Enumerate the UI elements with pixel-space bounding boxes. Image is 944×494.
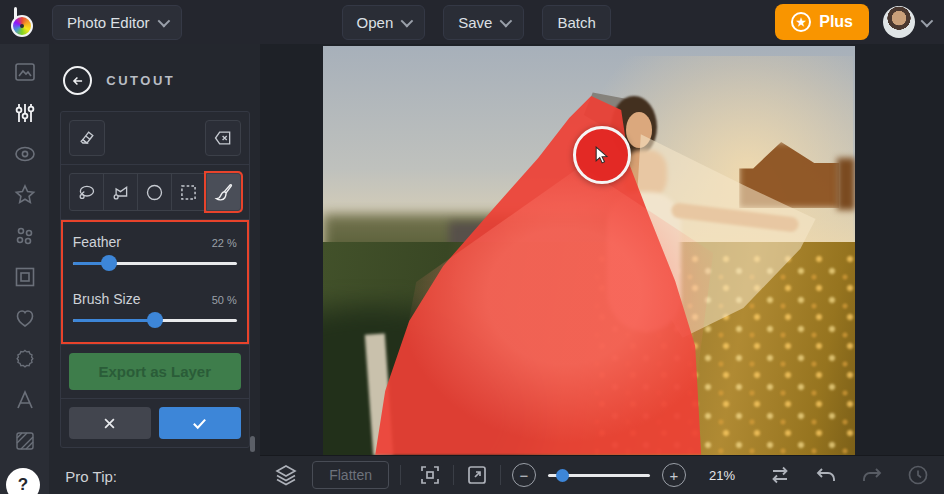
file-menu-group: Open Save Batch <box>342 5 611 40</box>
plus-upgrade-button[interactable]: ★ Plus <box>775 4 869 40</box>
delete-selection-button[interactable] <box>205 120 241 156</box>
undo-icon[interactable] <box>814 463 838 487</box>
account-group: ★ Plus <box>775 4 930 40</box>
frames-icon[interactable] <box>13 265 37 289</box>
brush-cursor[interactable] <box>573 126 631 184</box>
brush-settings-highlighted: Feather 22 % Brush Size 50 % <box>61 220 249 344</box>
redo-icon[interactable] <box>860 463 884 487</box>
flatten-button[interactable]: Flatten <box>312 461 389 489</box>
panel-scrollbar[interactable] <box>250 436 255 452</box>
pro-tip: Pro Tip: Invert your selection by holdin… <box>49 448 260 494</box>
save-button[interactable]: Save <box>443 5 524 40</box>
panel-title: CUTOUT <box>106 73 175 88</box>
feather-label: Feather <box>73 234 121 250</box>
cutout-tool-card: Feather 22 % Brush Size 50 % <box>60 111 250 448</box>
fit-to-screen-icon[interactable] <box>418 463 442 487</box>
brush-size-slider-thumb[interactable] <box>147 312 163 328</box>
history-icon[interactable] <box>906 463 930 487</box>
chevron-down-icon <box>401 14 414 27</box>
top-bar: Photo Editor Open Save Batch ★ Plus <box>0 0 944 44</box>
pro-tip-label: Pro Tip: <box>65 468 244 485</box>
chevron-down-icon <box>157 14 170 27</box>
open-button[interactable]: Open <box>342 5 426 40</box>
avatar <box>883 6 915 38</box>
chevron-down-icon <box>500 14 513 27</box>
text-icon[interactable] <box>13 388 37 412</box>
export-as-layer-button[interactable]: Export as Layer <box>69 353 241 390</box>
help-button[interactable]: ? <box>6 468 40 494</box>
touch-up-eye-icon[interactable] <box>13 142 37 166</box>
lasso-tool-button[interactable] <box>69 173 104 211</box>
feather-slider-thumb[interactable] <box>101 255 117 271</box>
erase-restore-button[interactable] <box>69 120 105 156</box>
rectangle-marquee-tool-button[interactable] <box>171 173 206 211</box>
feather-value: 22 % <box>212 237 237 249</box>
zoom-in-button[interactable]: + <box>662 463 686 487</box>
zoom-slider[interactable] <box>548 474 650 477</box>
compare-icon[interactable] <box>768 463 792 487</box>
canvas-workspace[interactable] <box>260 44 944 455</box>
zoom-level: 21% <box>702 468 742 483</box>
back-button[interactable] <box>63 66 92 95</box>
logo-color-wheel-icon <box>11 15 33 37</box>
cancel-button[interactable] <box>69 407 151 439</box>
chevron-down-icon <box>921 14 934 27</box>
brush-size-slider[interactable] <box>73 319 237 322</box>
textures-icon[interactable] <box>13 429 37 453</box>
layers-icon[interactable] <box>274 463 298 487</box>
brush-size-value: 50 % <box>212 294 237 306</box>
mouse-pointer-icon <box>595 146 610 165</box>
cutout-panel: CUTOUT <box>49 44 260 494</box>
adjust-sliders-icon[interactable] <box>13 101 37 125</box>
app-title: Photo Editor <box>67 14 150 31</box>
overlays-heart-icon[interactable] <box>13 306 37 330</box>
effects-star-icon[interactable] <box>13 183 37 207</box>
star-icon: ★ <box>791 12 811 32</box>
graphics-badge-icon[interactable] <box>13 347 37 371</box>
app-switcher-button[interactable]: Photo Editor <box>52 5 182 40</box>
befunky-logo[interactable] <box>8 5 42 39</box>
bottom-toolbar: Flatten − + 21% <box>260 455 944 494</box>
photo-canvas[interactable] <box>323 46 855 455</box>
background-house <box>837 158 855 210</box>
crop-photo-icon[interactable] <box>13 60 37 84</box>
open-in-new-icon[interactable] <box>465 463 489 487</box>
zoom-out-button[interactable]: − <box>512 463 536 487</box>
apply-button[interactable] <box>159 407 241 439</box>
selection-tools <box>61 165 249 219</box>
tool-rail: ? <box>0 44 49 494</box>
feather-slider[interactable] <box>73 262 237 265</box>
brush-tool-button[interactable] <box>206 173 241 211</box>
artsy-dots-icon[interactable] <box>13 224 37 248</box>
user-avatar-menu[interactable] <box>883 6 930 38</box>
ellipse-tool-button[interactable] <box>137 173 172 211</box>
polygon-lasso-tool-button[interactable] <box>103 173 138 211</box>
zoom-slider-thumb[interactable] <box>556 469 569 482</box>
brush-size-label: Brush Size <box>73 291 141 307</box>
batch-button[interactable]: Batch <box>542 5 610 40</box>
